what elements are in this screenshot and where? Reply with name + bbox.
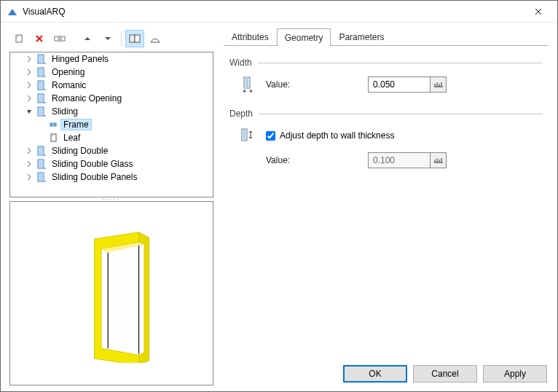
frame-icon bbox=[48, 119, 58, 130]
svg-rect-7 bbox=[39, 55, 43, 63]
door-style-icon bbox=[36, 67, 47, 77]
tree-node-label: Sliding Double Panels bbox=[50, 172, 139, 182]
preview-viewport[interactable] bbox=[9, 201, 213, 385]
ok-button[interactable]: OK bbox=[343, 365, 407, 383]
titlebar-left: VisualARQ bbox=[7, 6, 65, 17]
tree-node-label: Frame bbox=[61, 119, 91, 130]
depth-value-input[interactable] bbox=[368, 152, 431, 168]
window-title: VisualARQ bbox=[23, 7, 65, 17]
width-row: Value: bbox=[229, 75, 543, 94]
tab-parameters[interactable]: Parameters bbox=[331, 28, 392, 45]
svg-rect-22 bbox=[54, 123, 56, 126]
tree-node-label: Romanic Opening bbox=[50, 93, 124, 103]
width-value-label: Value: bbox=[266, 79, 368, 90]
tree-node-label: Hinged Panels bbox=[50, 54, 111, 64]
depth-icon bbox=[229, 127, 266, 144]
depth-heading-label: Depth bbox=[229, 109, 253, 119]
depth-adjust-row: Adjust depth to wall thickness bbox=[229, 126, 543, 145]
svg-rect-1 bbox=[55, 36, 58, 41]
footer: OK Cancel Apply bbox=[218, 358, 557, 391]
tree-node-label: Leaf bbox=[61, 133, 82, 143]
tree-node-label: Romanic bbox=[50, 80, 88, 90]
svg-rect-16 bbox=[39, 95, 43, 102]
cancel-button[interactable]: Cancel bbox=[413, 365, 477, 383]
chevron-right-icon[interactable] bbox=[25, 173, 34, 181]
adjust-depth-label: Adjust depth to wall thickness bbox=[280, 130, 394, 141]
tree-node[interactable]: Leaf bbox=[10, 131, 213, 144]
right-pane: AttributesGeometryParameters Width Value… bbox=[218, 23, 557, 358]
close-button[interactable] bbox=[522, 1, 554, 22]
tab-geometry[interactable]: Geometry bbox=[277, 28, 331, 46]
adjust-depth-checkbox[interactable] bbox=[266, 131, 275, 141]
new-style-button[interactable] bbox=[9, 30, 28, 47]
toolbar-separator bbox=[121, 31, 122, 46]
door-style-icon bbox=[36, 93, 47, 103]
tree-node[interactable]: Frame bbox=[10, 118, 213, 131]
tab-attributes[interactable]: Attributes bbox=[224, 28, 277, 45]
tree-node-label: Sliding bbox=[50, 106, 80, 117]
depth-value-row: Value: bbox=[229, 151, 543, 170]
section-mode-button[interactable] bbox=[146, 30, 165, 47]
tabbar: AttributesGeometryParameters bbox=[224, 28, 549, 46]
preview-mode-button[interactable] bbox=[125, 30, 144, 47]
tree-node-label: Sliding Double Glass bbox=[50, 159, 135, 169]
adjust-depth-checkbox-wrap[interactable]: Adjust depth to wall thickness bbox=[266, 130, 543, 141]
apply-button[interactable]: Apply bbox=[483, 365, 547, 383]
depth-unit-button[interactable] bbox=[431, 152, 447, 168]
svg-rect-31 bbox=[39, 173, 43, 181]
chevron-right-icon[interactable] bbox=[25, 68, 34, 77]
tree-node[interactable]: Opening bbox=[10, 66, 213, 79]
tree-node[interactable]: Romanic Opening bbox=[10, 92, 213, 105]
tree-node[interactable]: Sliding Double Panels bbox=[10, 170, 213, 184]
chevron-down-icon[interactable] bbox=[25, 107, 34, 116]
width-unit-button[interactable] bbox=[431, 77, 447, 93]
toolbar bbox=[9, 28, 213, 49]
tree-node[interactable]: Sliding bbox=[10, 105, 213, 118]
svg-rect-4 bbox=[135, 35, 140, 42]
svg-rect-2 bbox=[61, 36, 65, 41]
svg-rect-47 bbox=[243, 129, 245, 141]
titlebar: VisualARQ bbox=[1, 1, 557, 23]
style-tree[interactable]: Hinged PanelsOpeningRomanicRomanic Openi… bbox=[9, 52, 213, 197]
chevron-right-icon[interactable] bbox=[25, 160, 34, 168]
door-style-icon bbox=[36, 146, 47, 156]
door-style-icon bbox=[36, 54, 47, 64]
svg-rect-25 bbox=[39, 147, 43, 154]
tree-node-label: Opening bbox=[50, 67, 87, 77]
tree-node-label: Sliding Double bbox=[50, 146, 110, 156]
depth-value-label: Value: bbox=[266, 155, 368, 165]
depth-heading: Depth bbox=[229, 109, 543, 119]
tree-node[interactable]: Sliding Double bbox=[10, 144, 213, 157]
geometry-panel: Width Value: bbox=[224, 46, 549, 170]
app-icon bbox=[7, 6, 18, 17]
left-pane: Hinged PanelsOpeningRomanicRomanic Openi… bbox=[1, 23, 218, 391]
svg-rect-40 bbox=[245, 77, 248, 88]
leaf-icon bbox=[48, 133, 58, 143]
tree-node[interactable]: Sliding Double Glass bbox=[10, 157, 213, 170]
chevron-right-icon[interactable] bbox=[25, 55, 34, 63]
tree-node[interactable]: Hinged Panels bbox=[10, 52, 213, 66]
chevron-right-icon[interactable] bbox=[25, 81, 34, 90]
width-heading-label: Width bbox=[229, 58, 252, 68]
chevron-right-icon[interactable] bbox=[25, 146, 34, 155]
svg-rect-19 bbox=[39, 108, 43, 115]
svg-marker-34 bbox=[139, 232, 149, 362]
chevron-right-icon[interactable] bbox=[25, 94, 34, 103]
content: Hinged PanelsOpeningRomanicRomanic Openi… bbox=[1, 23, 557, 391]
svg-marker-38 bbox=[108, 247, 138, 353]
tree-node[interactable]: Romanic bbox=[10, 79, 213, 92]
rename-button[interactable] bbox=[50, 30, 69, 47]
svg-rect-3 bbox=[130, 35, 135, 42]
move-down-button[interactable] bbox=[98, 30, 117, 47]
width-icon bbox=[229, 76, 266, 93]
door-style-icon bbox=[36, 80, 47, 90]
width-heading: Width bbox=[229, 58, 543, 68]
move-up-button[interactable] bbox=[78, 30, 97, 47]
svg-rect-28 bbox=[39, 160, 43, 168]
svg-rect-10 bbox=[39, 68, 43, 76]
door-style-icon bbox=[36, 172, 47, 182]
svg-rect-13 bbox=[39, 82, 43, 89]
delete-button[interactable] bbox=[30, 30, 49, 47]
divider bbox=[259, 114, 543, 114]
width-value-input[interactable] bbox=[368, 77, 431, 93]
